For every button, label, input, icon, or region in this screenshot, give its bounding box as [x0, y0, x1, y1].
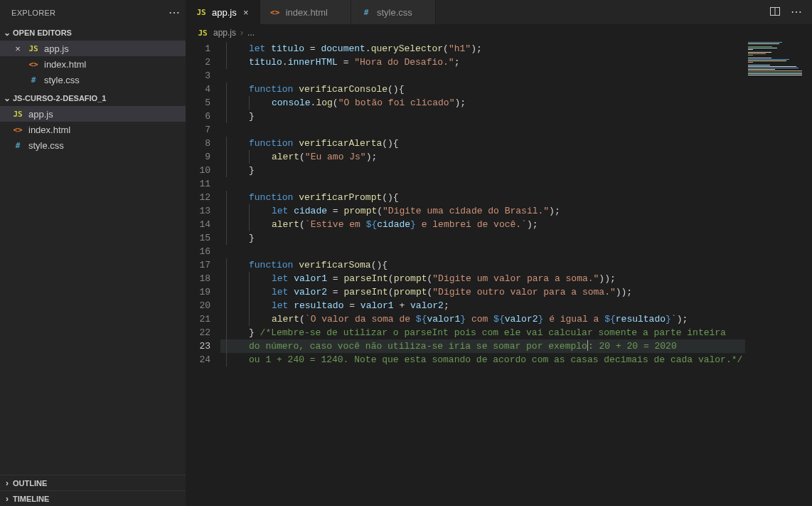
chevron-right-icon: › — [240, 28, 243, 38]
open-editor-item[interactable]: ×JSapp.js — [0, 41, 186, 56]
code-line[interactable]: let valor1 = parseInt(prompt("Digite um … — [220, 272, 812, 285]
code-line[interactable]: } — [220, 110, 812, 123]
code-line[interactable]: alert(`O valor da soma de ${valor1} com … — [220, 312, 812, 326]
minimap-line — [748, 72, 802, 73]
explorer-more-icon[interactable]: ⋯ — [169, 7, 180, 19]
line-number: 8 — [186, 137, 210, 150]
file-js-icon: JS — [196, 28, 209, 38]
line-number: 14 — [186, 218, 210, 231]
tab-label: style.css — [377, 7, 412, 18]
file-name: index.html — [44, 59, 86, 70]
code-line[interactable]: alert(`Estive em ${cidade} e lembrei de … — [220, 218, 812, 231]
code-line[interactable] — [220, 177, 812, 191]
code-line[interactable] — [220, 69, 812, 83]
code-line[interactable]: let cidade = prompt("Digite uma cidade d… — [220, 204, 812, 218]
open-editor-item[interactable]: <>index.html — [0, 56, 186, 72]
editor-tabs: JSapp.js×<>index.html×#style.css× ⋯ — [186, 0, 812, 25]
outline-header[interactable]: › OUTLINE — [0, 475, 186, 490]
close-icon[interactable]: × — [13, 43, 23, 54]
code-line[interactable] — [220, 245, 812, 258]
editor-tab[interactable]: JSapp.js× — [186, 0, 260, 24]
minimap-line — [748, 65, 770, 65]
code-line[interactable]: let valor2 = parseInt(prompt("Digite out… — [220, 285, 812, 299]
explorer-title-bar: EXPLORER ⋯ — [0, 0, 186, 25]
code-line[interactable]: let titulo = document.querySelector("h1"… — [220, 42, 812, 56]
code-line[interactable]: alert("Eu amo Js"); — [220, 150, 812, 164]
editor-tab[interactable]: <>index.html× — [260, 0, 351, 24]
code-line[interactable] — [220, 123, 812, 137]
file-icon: # — [27, 75, 40, 85]
file-icon: # — [11, 141, 24, 150]
line-number: 2 — [186, 56, 210, 69]
line-number: 6 — [186, 110, 210, 123]
line-number: 1 — [186, 42, 210, 56]
breadcrumb[interactable]: JS app.js › ... — [186, 25, 812, 41]
close-icon[interactable]: × — [241, 7, 251, 18]
tab-more-icon[interactable]: ⋯ — [791, 6, 802, 18]
chevron-right-icon: › — [1, 494, 13, 504]
folder-header[interactable]: ⌄ JS-CURSO-2-DESAFIO_1 — [0, 90, 186, 106]
minimap-line — [748, 48, 777, 48]
outline-label: OUTLINE — [13, 479, 47, 487]
line-number: 23 — [186, 339, 210, 353]
breadcrumb-file: app.js — [213, 28, 236, 38]
timeline-label: TIMELINE — [13, 495, 49, 503]
line-number: 12 — [186, 191, 210, 204]
tab-label: index.html — [286, 7, 328, 18]
minimap-line — [748, 62, 753, 63]
code-line[interactable]: function verificarPrompt(){ — [220, 191, 812, 204]
code-line[interactable]: } /*Lembre-se de utilizar o parseInt poi… — [220, 326, 812, 339]
line-number: 15 — [186, 231, 210, 245]
file-icon: JS — [11, 110, 24, 119]
line-number: 7 — [186, 123, 210, 137]
minimap-line — [748, 46, 772, 47]
timeline-header[interactable]: › TIMELINE — [0, 490, 186, 506]
code-line[interactable]: function verificarAlerta(){ — [220, 137, 812, 150]
code-line[interactable]: function verificarSoma(){ — [220, 258, 812, 272]
minimap[interactable] — [745, 41, 812, 506]
code-line[interactable]: function verificarConsole(){ — [220, 83, 812, 96]
minimap-line — [748, 68, 798, 68]
file-icon: <> — [11, 125, 24, 135]
code-content[interactable]: let titulo = document.querySelector("h1"… — [220, 41, 812, 506]
line-number: 19 — [186, 285, 210, 299]
minimap-line — [748, 53, 766, 54]
file-icon: JS — [27, 44, 40, 53]
chevron-down-icon: ⌄ — [1, 93, 13, 103]
line-number: 20 — [186, 299, 210, 312]
minimap-line — [748, 69, 775, 70]
line-number: 5 — [186, 96, 210, 110]
split-editor-icon[interactable] — [769, 6, 781, 19]
file-icon: JS — [195, 8, 208, 17]
code-line[interactable]: do número, caso você não utiliza-se iria… — [220, 339, 812, 353]
line-number: 21 — [186, 312, 210, 326]
minimap-line — [748, 75, 802, 75]
code-line[interactable]: } — [220, 164, 812, 177]
code-line[interactable]: titulo.innerHTML = "Hora do Desafio."; — [220, 56, 812, 69]
code-line[interactable]: console.log("O botão foi clicado"); — [220, 96, 812, 110]
minimap-line — [748, 42, 782, 43]
file-icon: # — [360, 8, 373, 17]
line-number: 24 — [186, 353, 210, 367]
file-item[interactable]: JSapp.js — [0, 106, 186, 122]
explorer-sidebar: EXPLORER ⋯ ⌄ OPEN EDITORS ×JSapp.js<>ind… — [0, 0, 186, 506]
tab-label: app.js — [212, 7, 237, 18]
minimap-line — [748, 52, 771, 53]
line-number: 10 — [186, 164, 210, 177]
code-line[interactable]: let resultado = valor1 + valor2; — [220, 299, 812, 312]
open-editors-header[interactable]: ⌄ OPEN EDITORS — [0, 25, 186, 41]
line-number: 9 — [186, 150, 210, 164]
minimap-line — [748, 66, 796, 67]
file-name: index.html — [28, 125, 70, 135]
file-icon: <> — [27, 60, 40, 69]
minimap-line — [748, 70, 802, 71]
file-item[interactable]: #style.css — [0, 137, 186, 153]
open-editor-item[interactable]: #style.css — [0, 72, 186, 88]
line-number: 22 — [186, 326, 210, 339]
code-line[interactable]: ou 1 + 240 = 1240. Note que esta somando… — [220, 353, 812, 367]
file-item[interactable]: <>index.html — [0, 122, 186, 137]
editor-tab[interactable]: #style.css× — [351, 0, 436, 24]
file-name: app.js — [28, 109, 53, 120]
code-line[interactable]: } — [220, 231, 812, 245]
code-editor[interactable]: 123456789101112131415161718192021222324 … — [186, 41, 812, 506]
